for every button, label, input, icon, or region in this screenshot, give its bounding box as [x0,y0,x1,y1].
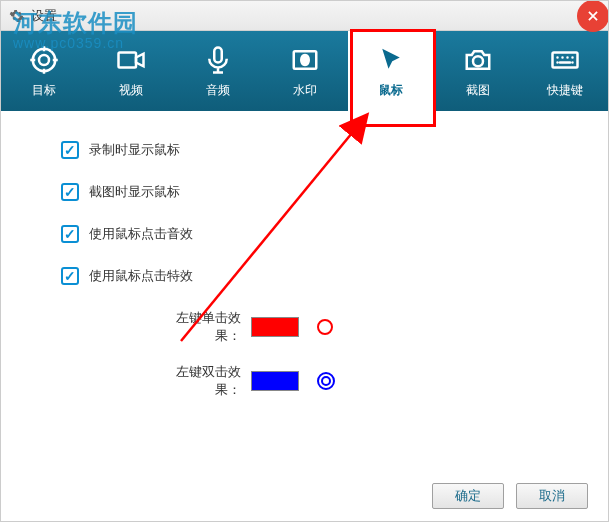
tab-video[interactable]: 视频 [88,31,175,111]
tab-audio[interactable]: 音频 [174,31,261,111]
checkbox[interactable] [61,183,79,201]
tab-mouse[interactable]: 鼠标 [348,31,435,111]
target-icon [28,44,60,76]
double-click-preview [317,372,335,390]
window-title: 设置 [31,7,57,25]
option-click-sound: 使用鼠标点击音效 [61,225,568,243]
keyboard-icon [549,44,581,76]
checkbox-label: 录制时显示鼠标 [89,141,180,159]
tab-target[interactable]: 目标 [1,31,88,111]
tab-label: 目标 [32,82,56,99]
tab-label: 截图 [466,82,490,99]
tab-label: 音频 [206,82,230,99]
double-click-effect-row: 左键双击效果： [151,363,568,399]
ok-button[interactable]: 确定 [432,483,504,509]
svg-rect-3 [214,47,222,62]
option-show-mouse-screenshot: 截图时显示鼠标 [61,183,568,201]
close-icon [586,9,600,23]
tab-watermark[interactable]: 水印 [261,31,348,111]
option-click-effect: 使用鼠标点击特效 [61,267,568,285]
tab-label: 视频 [119,82,143,99]
titlebar: 设置 [1,1,608,31]
svg-rect-2 [119,52,137,67]
tab-hotkey[interactable]: 快捷键 [521,31,608,111]
option-show-mouse-recording: 录制时显示鼠标 [61,141,568,159]
cancel-button[interactable]: 取消 [516,483,588,509]
checkbox-label: 使用鼠标点击音效 [89,225,193,243]
microphone-icon [202,44,234,76]
svg-point-0 [33,48,56,71]
single-click-effect-row: 左键单击效果： [151,309,568,345]
tab-label: 快捷键 [547,82,583,99]
gear-icon [9,8,25,24]
single-click-color-swatch[interactable] [251,317,299,337]
tab-screenshot[interactable]: 截图 [435,31,522,111]
content-panel: 录制时显示鼠标 截图时显示鼠标 使用鼠标点击音效 使用鼠标点击特效 左键单击效果… [1,111,608,471]
single-click-preview [317,319,333,335]
checkbox[interactable] [61,267,79,285]
svg-rect-6 [552,52,577,67]
checkbox-label: 截图时显示鼠标 [89,183,180,201]
footer: 确定 取消 [432,483,588,509]
color-label: 左键双击效果： [151,363,241,399]
svg-point-5 [473,56,483,66]
video-icon [115,44,147,76]
checkbox[interactable] [61,225,79,243]
checkbox[interactable] [61,141,79,159]
close-button[interactable] [577,0,609,32]
color-label: 左键单击效果： [151,309,241,345]
tabbar: 目标 视频 音频 水印 鼠标 截图 快捷键 [1,31,608,111]
svg-point-1 [39,55,49,65]
cursor-icon [375,44,407,76]
watermark-icon [289,44,321,76]
tab-label: 水印 [293,82,317,99]
camera-icon [462,44,494,76]
tab-label: 鼠标 [379,82,403,99]
double-click-color-swatch[interactable] [251,371,299,391]
checkbox-label: 使用鼠标点击特效 [89,267,193,285]
